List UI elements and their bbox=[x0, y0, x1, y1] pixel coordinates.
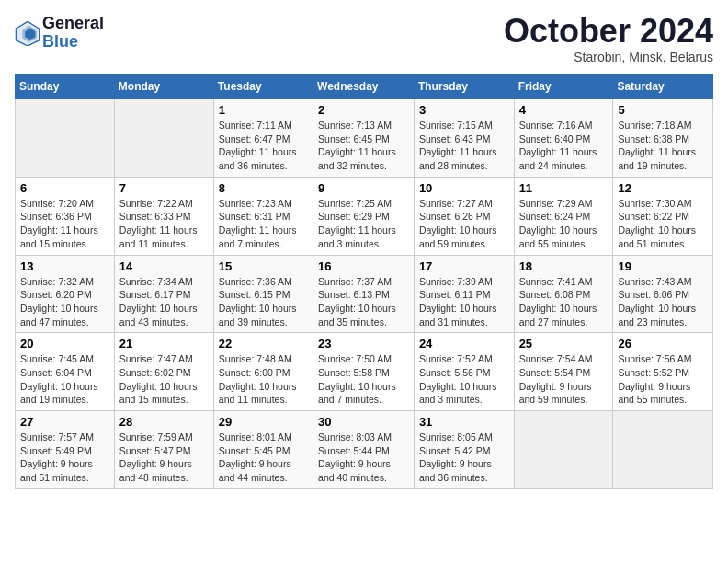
day-info: Sunrise: 7:27 AM Sunset: 6:26 PM Dayligh… bbox=[419, 197, 509, 251]
day-number: 10 bbox=[419, 181, 509, 195]
day-info: Sunrise: 7:18 AM Sunset: 6:38 PM Dayligh… bbox=[618, 119, 708, 173]
calendar-cell: 8Sunrise: 7:23 AM Sunset: 6:31 PM Daylig… bbox=[213, 177, 313, 255]
day-info: Sunrise: 7:13 AM Sunset: 6:45 PM Dayligh… bbox=[318, 119, 409, 173]
month-title: October 2024 bbox=[504, 15, 713, 48]
calendar-cell: 19Sunrise: 7:43 AM Sunset: 6:06 PM Dayli… bbox=[613, 255, 713, 333]
header-friday: Friday bbox=[514, 75, 613, 99]
day-number: 26 bbox=[618, 337, 708, 350]
day-number: 28 bbox=[119, 415, 209, 429]
day-info: Sunrise: 7:52 AM Sunset: 5:56 PM Dayligh… bbox=[419, 352, 509, 407]
day-number: 6 bbox=[20, 181, 109, 195]
day-info: Sunrise: 7:25 AM Sunset: 6:29 PM Dayligh… bbox=[318, 197, 409, 251]
day-info: Sunrise: 7:47 AM Sunset: 6:02 PM Dayligh… bbox=[119, 352, 209, 407]
day-info: Sunrise: 7:34 AM Sunset: 6:17 PM Dayligh… bbox=[119, 275, 209, 329]
calendar-cell: 14Sunrise: 7:34 AM Sunset: 6:17 PM Dayli… bbox=[114, 255, 213, 333]
day-number: 29 bbox=[219, 415, 308, 429]
calendar-cell: 4Sunrise: 7:16 AM Sunset: 6:40 PM Daylig… bbox=[514, 99, 613, 178]
page-header: General Blue October 2024 Starobin, Mins… bbox=[15, 15, 713, 64]
day-number: 4 bbox=[519, 103, 609, 117]
day-number: 7 bbox=[119, 181, 209, 195]
calendar-cell: 11Sunrise: 7:29 AM Sunset: 6:24 PM Dayli… bbox=[514, 177, 613, 255]
day-number: 23 bbox=[318, 337, 409, 350]
day-number: 3 bbox=[419, 103, 509, 117]
calendar-cell: 29Sunrise: 8:01 AM Sunset: 5:45 PM Dayli… bbox=[213, 411, 313, 489]
header-wednesday: Wednesday bbox=[313, 75, 415, 99]
logo-blue: Blue bbox=[42, 33, 104, 52]
day-info: Sunrise: 7:50 AM Sunset: 5:58 PM Dayligh… bbox=[318, 352, 409, 407]
day-info: Sunrise: 7:20 AM Sunset: 6:36 PM Dayligh… bbox=[20, 197, 109, 251]
calendar-cell: 17Sunrise: 7:39 AM Sunset: 6:11 PM Dayli… bbox=[414, 255, 514, 333]
day-number: 15 bbox=[219, 259, 308, 273]
calendar-cell: 25Sunrise: 7:54 AM Sunset: 5:54 PM Dayli… bbox=[514, 333, 613, 411]
calendar-cell: 7Sunrise: 7:22 AM Sunset: 6:33 PM Daylig… bbox=[114, 177, 213, 255]
calendar-cell bbox=[16, 99, 115, 178]
day-number: 17 bbox=[419, 259, 509, 273]
week-row-4: 20Sunrise: 7:45 AM Sunset: 6:04 PM Dayli… bbox=[16, 333, 713, 411]
calendar-cell: 30Sunrise: 8:03 AM Sunset: 5:44 PM Dayli… bbox=[313, 411, 415, 489]
header-saturday: Saturday bbox=[613, 75, 713, 99]
calendar-cell: 23Sunrise: 7:50 AM Sunset: 5:58 PM Dayli… bbox=[313, 333, 415, 411]
calendar-cell bbox=[114, 99, 213, 178]
logo-icon bbox=[15, 20, 40, 46]
calendar-cell bbox=[613, 411, 713, 489]
calendar-header-row: SundayMondayTuesdayWednesdayThursdayFrid… bbox=[16, 75, 713, 99]
day-number: 30 bbox=[318, 415, 409, 429]
day-number: 22 bbox=[219, 337, 308, 350]
calendar-cell: 15Sunrise: 7:36 AM Sunset: 6:15 PM Dayli… bbox=[213, 255, 313, 333]
day-info: Sunrise: 7:43 AM Sunset: 6:06 PM Dayligh… bbox=[618, 275, 708, 329]
calendar-table: SundayMondayTuesdayWednesdayThursdayFrid… bbox=[15, 74, 713, 489]
day-number: 13 bbox=[20, 259, 109, 273]
day-info: Sunrise: 7:45 AM Sunset: 6:04 PM Dayligh… bbox=[20, 352, 109, 407]
title-block: October 2024 Starobin, Minsk, Belarus bbox=[504, 15, 713, 64]
week-row-3: 13Sunrise: 7:32 AM Sunset: 6:20 PM Dayli… bbox=[16, 255, 713, 333]
day-number: 31 bbox=[419, 415, 509, 429]
day-info: Sunrise: 7:22 AM Sunset: 6:33 PM Dayligh… bbox=[119, 197, 209, 251]
day-number: 16 bbox=[318, 259, 409, 273]
day-info: Sunrise: 7:16 AM Sunset: 6:40 PM Dayligh… bbox=[519, 119, 609, 173]
day-info: Sunrise: 7:36 AM Sunset: 6:15 PM Dayligh… bbox=[219, 275, 308, 329]
calendar-cell: 5Sunrise: 7:18 AM Sunset: 6:38 PM Daylig… bbox=[613, 99, 713, 178]
calendar-cell: 2Sunrise: 7:13 AM Sunset: 6:45 PM Daylig… bbox=[313, 99, 415, 178]
day-info: Sunrise: 7:15 AM Sunset: 6:43 PM Dayligh… bbox=[419, 119, 509, 173]
day-number: 8 bbox=[219, 181, 308, 195]
day-number: 2 bbox=[318, 103, 409, 117]
day-number: 21 bbox=[119, 337, 209, 350]
day-number: 5 bbox=[618, 103, 708, 117]
calendar-cell: 6Sunrise: 7:20 AM Sunset: 6:36 PM Daylig… bbox=[16, 177, 115, 255]
calendar-cell: 20Sunrise: 7:45 AM Sunset: 6:04 PM Dayli… bbox=[16, 333, 115, 411]
header-sunday: Sunday bbox=[16, 75, 115, 99]
day-info: Sunrise: 7:48 AM Sunset: 6:00 PM Dayligh… bbox=[219, 352, 308, 407]
day-info: Sunrise: 7:57 AM Sunset: 5:49 PM Dayligh… bbox=[20, 431, 109, 485]
calendar-cell: 22Sunrise: 7:48 AM Sunset: 6:00 PM Dayli… bbox=[213, 333, 313, 411]
day-number: 25 bbox=[519, 337, 609, 350]
location-subtitle: Starobin, Minsk, Belarus bbox=[504, 50, 713, 64]
logo-general: General bbox=[42, 15, 104, 33]
day-info: Sunrise: 7:59 AM Sunset: 5:47 PM Dayligh… bbox=[119, 431, 209, 485]
day-info: Sunrise: 8:05 AM Sunset: 5:42 PM Dayligh… bbox=[419, 431, 509, 485]
day-info: Sunrise: 7:30 AM Sunset: 6:22 PM Dayligh… bbox=[618, 197, 708, 251]
day-number: 20 bbox=[20, 337, 109, 350]
day-number: 9 bbox=[318, 181, 409, 195]
day-number: 27 bbox=[20, 415, 109, 429]
calendar-cell: 1Sunrise: 7:11 AM Sunset: 6:47 PM Daylig… bbox=[213, 99, 313, 178]
day-info: Sunrise: 7:29 AM Sunset: 6:24 PM Dayligh… bbox=[519, 197, 609, 251]
day-info: Sunrise: 7:39 AM Sunset: 6:11 PM Dayligh… bbox=[419, 275, 509, 329]
week-row-2: 6Sunrise: 7:20 AM Sunset: 6:36 PM Daylig… bbox=[16, 177, 713, 255]
logo-text: General Blue bbox=[42, 15, 104, 52]
logo: General Blue bbox=[15, 15, 104, 52]
calendar-cell: 13Sunrise: 7:32 AM Sunset: 6:20 PM Dayli… bbox=[16, 255, 115, 333]
day-info: Sunrise: 7:41 AM Sunset: 6:08 PM Dayligh… bbox=[519, 275, 609, 329]
day-info: Sunrise: 7:32 AM Sunset: 6:20 PM Dayligh… bbox=[20, 275, 109, 329]
day-info: Sunrise: 7:11 AM Sunset: 6:47 PM Dayligh… bbox=[219, 119, 308, 173]
day-info: Sunrise: 7:23 AM Sunset: 6:31 PM Dayligh… bbox=[219, 197, 308, 251]
week-row-1: 1Sunrise: 7:11 AM Sunset: 6:47 PM Daylig… bbox=[16, 99, 713, 178]
header-monday: Monday bbox=[114, 75, 213, 99]
calendar-cell: 31Sunrise: 8:05 AM Sunset: 5:42 PM Dayli… bbox=[414, 411, 514, 489]
day-info: Sunrise: 8:03 AM Sunset: 5:44 PM Dayligh… bbox=[318, 431, 409, 485]
calendar-cell bbox=[514, 411, 613, 489]
calendar-cell: 18Sunrise: 7:41 AM Sunset: 6:08 PM Dayli… bbox=[514, 255, 613, 333]
header-tuesday: Tuesday bbox=[213, 75, 313, 99]
calendar-cell: 21Sunrise: 7:47 AM Sunset: 6:02 PM Dayli… bbox=[114, 333, 213, 411]
day-number: 12 bbox=[618, 181, 708, 195]
day-info: Sunrise: 7:54 AM Sunset: 5:54 PM Dayligh… bbox=[519, 352, 609, 407]
